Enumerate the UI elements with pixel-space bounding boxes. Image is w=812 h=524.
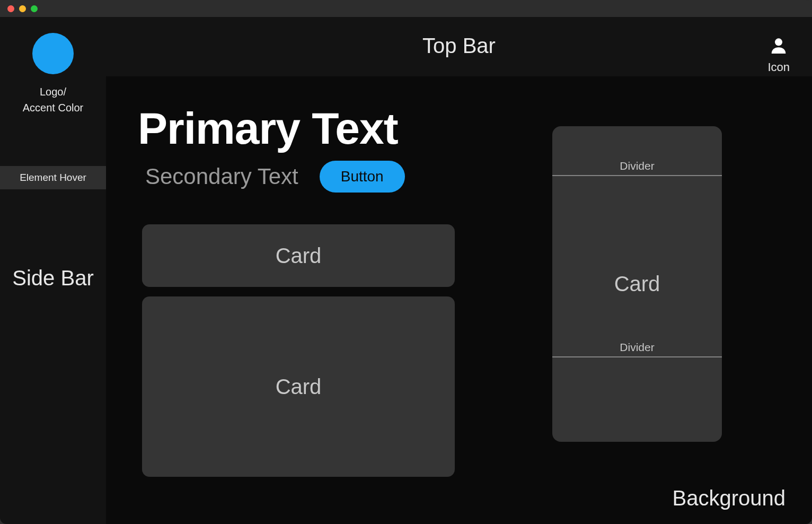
logo-accent-circle: [32, 33, 74, 74]
card-label: Card: [276, 375, 322, 399]
topbar: Top Bar Icon: [106, 17, 812, 76]
primary-button[interactable]: Button: [320, 161, 405, 193]
icon-label: Icon: [767, 60, 790, 74]
background-label: Background: [673, 486, 785, 510]
app-body: Logo/ Accent Color Element Hover Side Ba…: [0, 17, 812, 524]
card-small[interactable]: Card: [142, 224, 455, 287]
topbar-title: Top Bar: [422, 34, 496, 58]
logo-label: Logo/ Accent Color: [23, 84, 84, 116]
logo-label-line2: Accent Color: [23, 102, 84, 113]
user-icon[interactable]: [768, 35, 789, 56]
app-window: Logo/ Accent Color Element Hover Side Ba…: [0, 0, 812, 524]
secondary-text: Secondary Text: [145, 164, 298, 189]
card-right[interactable]: Divider Card Divider: [552, 126, 722, 442]
divider-bottom: [552, 356, 722, 357]
content-area: Primary Text Secondary Text Button Card …: [106, 76, 812, 524]
titlebar: [0, 0, 812, 17]
card-label: Card: [276, 244, 322, 268]
cards-left-column: Card Card: [142, 224, 455, 477]
topbar-icon-group: Icon: [767, 35, 790, 74]
main-area: Top Bar Icon Primary Text Secondary Text…: [106, 17, 812, 524]
close-window-button[interactable]: [7, 5, 14, 12]
svg-point-0: [775, 38, 782, 46]
divider-label-top: Divider: [620, 160, 654, 172]
sidebar-title: Side Bar: [12, 266, 93, 290]
divider-label-bottom: Divider: [620, 341, 654, 354]
logo-label-line1: Logo/: [40, 86, 66, 98]
sidebar: Logo/ Accent Color Element Hover Side Ba…: [0, 17, 106, 524]
divider-top: [552, 175, 722, 176]
maximize-window-button[interactable]: [31, 5, 38, 12]
card-right-label: Card: [614, 272, 660, 296]
sidebar-hover-item[interactable]: Element Hover: [0, 166, 106, 189]
minimize-window-button[interactable]: [19, 5, 26, 12]
card-medium[interactable]: Card: [142, 296, 455, 477]
